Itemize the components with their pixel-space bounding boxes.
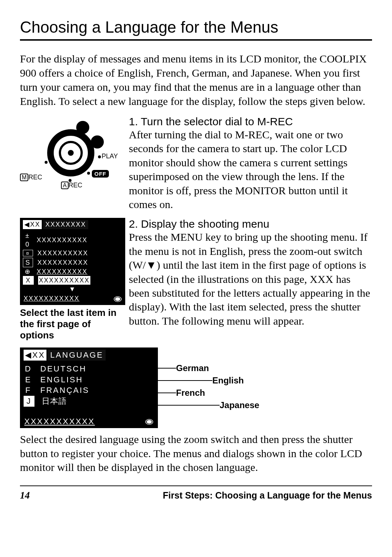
lcd1-caption: Select the last item in the first page o… — [20, 307, 122, 341]
shutter-icon: ◉ — [113, 294, 123, 304]
lcd1-row: XXXXXXXXXX — [37, 236, 87, 244]
lang-letter-d: D — [24, 363, 33, 374]
lcd1-row: XXXXXXXXXX — [37, 267, 87, 276]
lcd1-row-selected: XXXXXXXXXX — [38, 276, 90, 285]
language-callouts: German English French Japanese — [158, 347, 259, 411]
lcd1-icon: ⊕ — [23, 267, 32, 276]
footer-section: First Steps: Choosing a Language for the… — [163, 490, 372, 501]
callout-french: French — [176, 388, 205, 398]
divider — [20, 39, 372, 41]
lcd2-tab-back: ◀XX — [24, 350, 46, 361]
lcd1-row: XXXXXXXXXX — [37, 258, 88, 267]
dial-label-play: PLAY — [102, 153, 118, 160]
dial-label-off: OFF — [92, 170, 109, 178]
shutter-icon: ◉ — [145, 416, 155, 426]
lang-item-english: ENGLISH — [40, 374, 83, 385]
step-1: PLAY OFF AREC MREC 1. Turn the selector … — [20, 115, 372, 211]
step-1-body: After turning the dial to M-REC, wait on… — [129, 128, 372, 211]
lcd2-tab-label: LANGUAGE — [48, 350, 105, 361]
lcd1-icon-selected: X — [23, 276, 34, 285]
lcd1-foot: XXXXXXXXXXX — [24, 294, 79, 303]
lang-letter-e: E — [24, 374, 33, 385]
lcd1-tab-back: ◀XX — [23, 220, 42, 229]
language-menu-block: ◀XX LANGUAGE DDEUTSCH EENGLISH FFRANÇAIS… — [20, 347, 372, 428]
lcd1-icon: S — [23, 258, 33, 267]
lang-item-japanese: 日本語 — [42, 396, 67, 407]
callout-english: English — [212, 375, 244, 386]
lcd-language-menu: ◀XX LANGUAGE DDEUTSCH EENGLISH FFRANÇAIS… — [20, 347, 158, 428]
callout-japanese: Japanese — [220, 400, 259, 410]
page-number: 14 — [20, 490, 30, 501]
lang-item-deutsch: DEUTSCH — [40, 363, 86, 374]
dial-label-mrec-box: M — [20, 174, 28, 181]
lang-letter-j-selected: J — [24, 396, 34, 407]
page-title: Choosing a Language for the Menus — [20, 18, 372, 36]
step-2: ◀XX XXXXXXXX ± 0XXXXXXXXXX ⧈XXXXXXXXXX S… — [20, 218, 372, 341]
intro-paragraph: For the display of messages and menu ite… — [20, 52, 372, 108]
closing-paragraph: Select the desired language using the zo… — [20, 432, 372, 474]
dial-label-mrec: REC — [28, 174, 42, 181]
lcd1-row: XXXXXXXXXX — [37, 249, 88, 257]
lcd-shooting-menu: ◀XX XXXXXXXX ± 0XXXXXXXXXX ⧈XXXXXXXXXX S… — [20, 218, 125, 305]
selector-dial-figure: PLAY OFF AREC MREC — [20, 119, 114, 199]
lcd2-foot: XXXXXXXXXXX — [24, 416, 95, 427]
lcd1-tab-label: XXXXXXXX — [43, 220, 88, 229]
callout-german: German — [176, 363, 209, 373]
lang-item-francais: FRANÇAIS — [40, 385, 89, 396]
step-1-title: 1. Turn the selector dial to M-REC — [129, 115, 372, 128]
lang-letter-f: F — [24, 385, 33, 396]
down-arrow-icon: ▼ — [23, 285, 122, 293]
dial-label-arec: REC — [69, 182, 82, 189]
step-2-title: 2. Display the shooting menu — [129, 218, 372, 230]
step-2-body: Press the MENU key to bring up the shoot… — [129, 230, 372, 328]
dial-label-arec-box: A — [61, 182, 69, 189]
lcd1-icon: ⧈ — [23, 250, 33, 256]
footer-divider — [20, 485, 372, 486]
lcd1-icon: ± 0 — [23, 231, 32, 249]
